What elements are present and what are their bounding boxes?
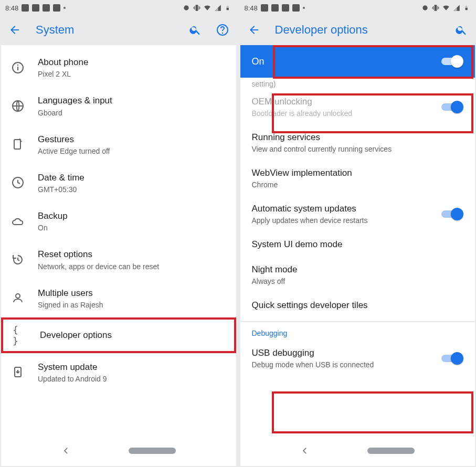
navigation-bar bbox=[1, 436, 236, 466]
item-title: Automatic system updates bbox=[252, 204, 435, 214]
notif-icon bbox=[292, 4, 300, 12]
auto-update-toggle[interactable] bbox=[441, 208, 463, 220]
item-multiple-users[interactable]: Multiple users Signed in as Rajesh bbox=[1, 279, 236, 317]
item-backup[interactable]: Backup On bbox=[1, 202, 236, 240]
battery-icon bbox=[225, 4, 232, 12]
svg-point-7 bbox=[16, 294, 20, 298]
status-time: 8:48 bbox=[245, 4, 258, 12]
svg-rect-5 bbox=[14, 140, 20, 149]
item-reset[interactable]: Reset options Network, apps or device ca… bbox=[1, 240, 236, 279]
highlight-usb bbox=[272, 391, 473, 433]
item-title: WebView implementation bbox=[252, 168, 464, 178]
item-subtitle: Updated to Android 9 bbox=[38, 375, 227, 383]
restore-icon bbox=[10, 252, 25, 267]
notif-icon bbox=[261, 4, 268, 12]
item-night-mode[interactable]: Night mode Always off bbox=[240, 257, 475, 293]
item-demo-mode[interactable]: System UI demo mode bbox=[240, 232, 475, 257]
item-subtitle: Bootloader is already unlocked bbox=[252, 109, 435, 118]
item-subtitle: On bbox=[38, 224, 227, 232]
notif-icon bbox=[22, 4, 29, 12]
notif-icon bbox=[282, 4, 289, 12]
globe-icon bbox=[10, 99, 25, 113]
back-icon[interactable] bbox=[248, 24, 260, 36]
item-subtitle: Network, apps or device can be reset bbox=[38, 262, 227, 271]
item-oem-unlocking[interactable]: OEM unlocking Bootloader is already unlo… bbox=[240, 89, 475, 125]
item-title: USB debugging bbox=[252, 348, 435, 358]
signal-icon bbox=[214, 4, 221, 12]
item-subtitle: View and control currently running servi… bbox=[252, 145, 464, 153]
item-subtitle: Chrome bbox=[252, 181, 464, 189]
item-usb-debugging[interactable]: USB debugging Debug mode when USB is con… bbox=[240, 341, 475, 376]
page-title: Developer options bbox=[275, 23, 446, 37]
search-icon[interactable] bbox=[189, 24, 202, 36]
item-title: OEM unlocking bbox=[252, 97, 435, 107]
item-quick-settings-tiles[interactable]: Quick settings developer tiles bbox=[240, 293, 475, 318]
notif-icon bbox=[43, 4, 50, 12]
notif-icon bbox=[32, 4, 39, 12]
master-toggle[interactable] bbox=[441, 55, 463, 68]
item-title: Developer options bbox=[40, 330, 225, 341]
item-title: Backup bbox=[38, 210, 227, 221]
header-developer-options: Developer options bbox=[240, 15, 475, 45]
svg-rect-2 bbox=[17, 67, 18, 70]
nav-home-pill[interactable] bbox=[129, 448, 176, 454]
page-title: System bbox=[36, 23, 179, 37]
phone-left-system: 8:48 Sy bbox=[1, 1, 236, 466]
item-webview[interactable]: WebView implementation Chrome bbox=[240, 161, 475, 196]
status-time: 8:48 bbox=[5, 4, 18, 12]
back-icon[interactable] bbox=[8, 24, 21, 36]
oem-toggle[interactable] bbox=[441, 101, 463, 113]
svg-rect-3 bbox=[17, 65, 18, 66]
item-about-phone[interactable]: About phone Pixel 2 XL bbox=[1, 48, 236, 87]
item-gestures[interactable]: Gestures Active Edge turned off bbox=[1, 125, 236, 164]
wifi-icon bbox=[204, 4, 211, 12]
vibrate-icon bbox=[432, 4, 439, 12]
cloud-icon bbox=[10, 214, 25, 229]
item-subtitle: Apply updates when device restarts bbox=[252, 216, 435, 225]
header-system: System bbox=[1, 15, 236, 45]
search-icon[interactable] bbox=[455, 24, 468, 36]
person-icon bbox=[10, 291, 25, 305]
item-title: Reset options bbox=[38, 249, 227, 260]
info-icon bbox=[10, 60, 25, 75]
item-title: Languages & input bbox=[38, 95, 227, 106]
item-title: About phone bbox=[38, 57, 227, 68]
item-subtitle: Debug mode when USB is connected bbox=[252, 360, 435, 369]
nav-home-pill[interactable] bbox=[367, 448, 415, 454]
battery-icon bbox=[463, 4, 471, 12]
system-list: About phone Pixel 2 XL Languages & input… bbox=[1, 45, 236, 395]
alarm-icon bbox=[421, 4, 429, 12]
section-debugging: Debugging bbox=[240, 321, 475, 341]
item-title: Date & time bbox=[38, 172, 227, 183]
item-system-update[interactable]: System update Updated to Android 9 bbox=[1, 353, 236, 391]
item-subtitle: Pixel 2 XL bbox=[38, 70, 227, 78]
item-title: Multiple users bbox=[38, 288, 227, 299]
item-title: Running services bbox=[252, 132, 464, 143]
item-subtitle: Gboard bbox=[38, 109, 227, 117]
wifi-icon bbox=[442, 4, 450, 12]
braces-icon: { } bbox=[13, 328, 27, 343]
item-languages[interactable]: Languages & input Gboard bbox=[1, 87, 236, 125]
item-auto-updates[interactable]: Automatic system updates Apply updates w… bbox=[240, 196, 475, 232]
notif-icon bbox=[271, 4, 279, 12]
usb-debug-toggle[interactable] bbox=[441, 352, 463, 365]
signal-icon bbox=[453, 4, 460, 12]
item-subtitle: Always off bbox=[252, 277, 464, 285]
more-notif-icon bbox=[64, 7, 66, 9]
item-date-time[interactable]: Date & time GMT+05:30 bbox=[1, 164, 236, 202]
clock-icon bbox=[10, 175, 25, 190]
status-bar: 8:48 bbox=[240, 1, 475, 15]
item-subtitle: Signed in as Rajesh bbox=[38, 301, 227, 309]
master-toggle-bar[interactable]: On bbox=[240, 45, 475, 78]
item-developer-options[interactable]: { } Developer options bbox=[1, 317, 236, 353]
navigation-bar bbox=[240, 436, 475, 466]
item-title: System update bbox=[38, 362, 227, 373]
more-notif-icon bbox=[303, 7, 305, 9]
nav-back-icon[interactable] bbox=[61, 446, 71, 455]
item-running-services[interactable]: Running services View and control curren… bbox=[240, 125, 475, 161]
vibrate-icon bbox=[193, 4, 200, 12]
item-subtitle: GMT+05:30 bbox=[38, 185, 227, 194]
nav-back-icon[interactable] bbox=[300, 446, 310, 455]
item-title: Gestures bbox=[38, 134, 227, 145]
help-icon[interactable] bbox=[216, 24, 229, 36]
